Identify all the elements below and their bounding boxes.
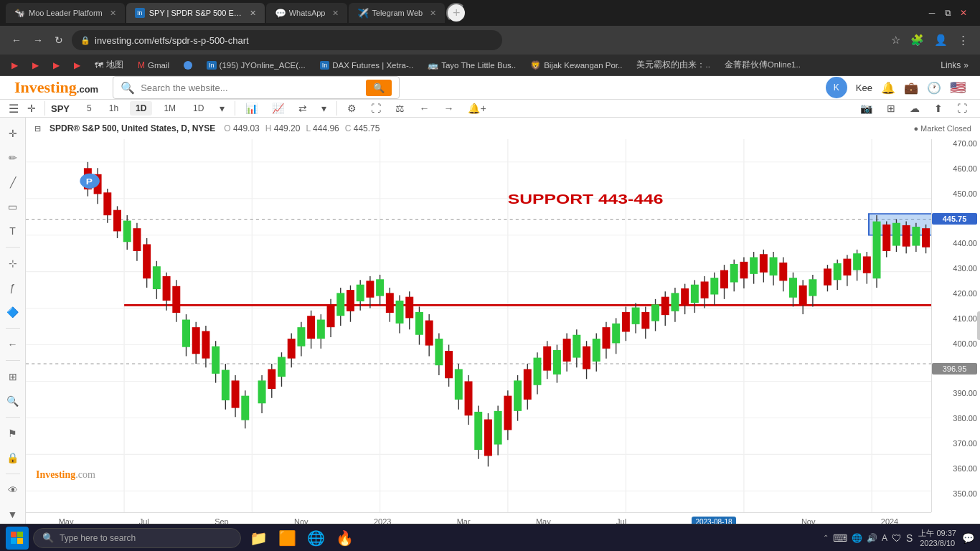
tf-1h[interactable]: 1h (103, 101, 124, 116)
chart-alert-add[interactable]: 🔔+ (463, 100, 490, 117)
start-button[interactable] (6, 527, 29, 550)
bookmark-gold[interactable]: 金菁群伙傅Online1.. (719, 58, 806, 72)
bookmark-usd[interactable]: 美元霸权的由来：.. (631, 58, 715, 72)
chart-compare[interactable]: ⇄ (294, 100, 311, 117)
chart-indicators[interactable]: ▾ (317, 100, 331, 117)
browser-menu-icon[interactable]: ⋮ (955, 31, 971, 50)
taskbar-app2[interactable]: 🟧 (274, 525, 300, 551)
bookmark-star-icon[interactable]: ☆ (888, 31, 903, 50)
tf-dropdown[interactable]: ▾ (215, 100, 229, 117)
chart-type-line[interactable]: 📈 (268, 100, 288, 117)
tab-telegram[interactable]: ✈️ Telegram Web ✕ (349, 3, 445, 23)
chart-type-candlestick[interactable]: 📊 (241, 100, 262, 117)
notifications-icon[interactable]: 🔔 (881, 81, 895, 95)
flag-tool[interactable]: ⚑ (3, 423, 23, 443)
restore-button[interactable]: ⧉ (943, 8, 953, 18)
systray-font-icon[interactable]: A (882, 533, 887, 543)
tab-close-spy[interactable]: ✕ (250, 9, 256, 18)
systray-volume-icon[interactable]: 🔊 (867, 533, 877, 543)
notification-center-icon[interactable]: 💬 (962, 532, 974, 544)
bookmark-bijak[interactable]: 🦁 Bijak Kewangan Por.. (524, 59, 628, 72)
systray-antivirus-icon[interactable]: 🛡 (892, 532, 902, 544)
tf-5[interactable]: 5 (81, 101, 98, 116)
cursor-icon[interactable]: ✛ (24, 101, 39, 116)
chart-expand[interactable]: ⛶ (953, 100, 971, 117)
chart-symbol[interactable]: SPY (51, 103, 70, 114)
back-nav-tool[interactable]: ← (3, 334, 23, 354)
tab-whatsapp[interactable]: 💬 WhatsApp ✕ (266, 3, 348, 23)
lock-tool[interactable]: 🔒 (3, 448, 23, 468)
pencil-tool[interactable]: ✏ (3, 148, 23, 168)
crosshair-tool[interactable]: ✛ (3, 123, 23, 143)
clock-icon[interactable]: 🕐 (927, 81, 941, 95)
chart-nav-fwd[interactable]: → (439, 100, 458, 117)
chart-nav-back[interactable]: ← (415, 100, 433, 117)
bookmark-circle[interactable] (178, 60, 198, 71)
bookmark-yt3[interactable]: ▶ (47, 59, 65, 72)
measure-tool[interactable]: ⊹ (3, 253, 23, 273)
flag-icon[interactable]: 🇺🇸 (950, 80, 966, 95)
shape-tool[interactable]: ▭ (3, 197, 23, 217)
eye-tool[interactable]: 👁 (3, 480, 23, 500)
tab-close-wa[interactable]: ✕ (332, 9, 339, 18)
bookmark-yt4[interactable]: ▶ (68, 59, 86, 72)
zoom-tool[interactable]: 🔍 (3, 391, 23, 411)
extensions-icon[interactable]: 🧩 (908, 31, 927, 50)
bookmark-gmail[interactable]: M Gmail (132, 59, 175, 72)
taskbar-search-box[interactable]: 🔍 Type here to search (33, 528, 241, 548)
investing-logo[interactable]: Investing.com (14, 78, 98, 97)
collapse-tool[interactable]: ▼ (3, 504, 23, 524)
search-bar[interactable]: 🔍 🔍 (113, 76, 400, 99)
bookmark-jyonline[interactable]: In (195) JYOnline_ACE(... (201, 60, 311, 71)
reload-button[interactable]: ↻ (52, 32, 66, 49)
line-tool[interactable]: ╱ (3, 172, 23, 192)
scroll-indicator[interactable] (977, 311, 980, 340)
tab-close-tg[interactable]: ✕ (430, 9, 436, 18)
taskbar-browser[interactable]: 🌐 (303, 525, 329, 551)
tf-1d[interactable]: 1D (130, 101, 152, 116)
back-button[interactable]: ← (9, 32, 24, 49)
systray-keyboard-icon[interactable]: ⌨ (833, 532, 847, 544)
search-input[interactable] (141, 83, 360, 93)
minimize-button[interactable]: ─ (927, 8, 937, 18)
tf-1d2[interactable]: 1D (187, 101, 209, 116)
tab-close-moo[interactable]: ✕ (110, 9, 116, 18)
bookmark-dax[interactable]: In DAX Futures | Xetra-.. (314, 60, 419, 71)
url-bar[interactable]: 🔒 investing.com/etfs/spdr-s-p-500-chart (72, 30, 502, 50)
links-button[interactable]: Links » (935, 59, 974, 72)
chart-fullscreen-toggle[interactable]: ⛶ (367, 100, 385, 117)
chart-balance-icon[interactable]: ⚖ (391, 100, 409, 117)
bookmark-yt1[interactable]: ▶ (6, 59, 24, 72)
profile-icon[interactable]: 👤 (931, 31, 951, 50)
user-avatar[interactable]: K (826, 77, 847, 98)
tab-spy[interactable]: In SPY | SPDR S&P 500 ETF Chart - ✕ (126, 3, 265, 23)
taskbar-file-explorer[interactable]: 📁 (245, 525, 271, 551)
chart-main[interactable]: ⊟ SPDR® S&P 500, United States, D, NYSE … (26, 118, 980, 530)
systray-app-icon[interactable]: S (906, 532, 913, 544)
stock-expand-icon[interactable]: ⊟ (34, 124, 41, 133)
chart-download[interactable]: ⬆ (930, 100, 947, 117)
search-button[interactable]: 🔍 (366, 80, 392, 96)
tf-1m[interactable]: 1M (158, 101, 182, 116)
close-window-button[interactable]: ✕ (958, 8, 969, 18)
bookmark-maps[interactable]: 🗺 地图 (89, 58, 129, 72)
chart-settings[interactable]: ⚙ (343, 100, 361, 117)
pattern-tool[interactable]: 🔷 (3, 302, 23, 322)
chart-cloud[interactable]: ☁ (905, 100, 924, 117)
forward-button[interactable]: → (30, 32, 46, 49)
text-tool[interactable]: T (3, 221, 23, 241)
bookmark-tayo[interactable]: 🚌 Tayo The Little Bus.. (422, 59, 522, 72)
chart-tools-toggle[interactable]: ☰ (9, 102, 19, 116)
chart-layout[interactable]: ⊞ (882, 100, 900, 117)
taskbar-app4[interactable]: 🔥 (331, 525, 357, 551)
briefcase-icon[interactable]: 💼 (904, 81, 918, 95)
systray-network-icon[interactable]: 🌐 (852, 533, 862, 543)
tab-moo-leader[interactable]: 🐄 Moo Leader Platform ✕ (6, 3, 125, 23)
bookmark-yt2[interactable]: ▶ (27, 59, 44, 72)
indicator-overlay-tool[interactable]: ⊞ (3, 367, 23, 387)
fibonacci-tool[interactable]: ƒ (3, 278, 23, 298)
clock-widget[interactable]: 上午 09:37 2023/8/10 (918, 528, 956, 547)
new-tab-button[interactable]: + (446, 3, 466, 23)
systray-up-icon[interactable]: ⌃ (823, 534, 829, 542)
chart-camera[interactable]: 📷 (856, 100, 877, 117)
